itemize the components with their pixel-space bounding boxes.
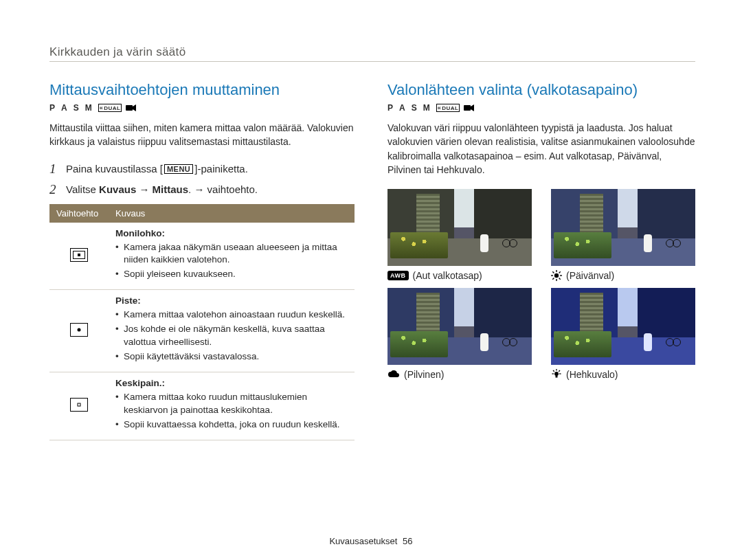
section-header: Kirkkauden ja värin säätö	[49, 45, 695, 59]
spot-icon-cell	[49, 290, 109, 372]
mode-indicator-row-right: P A S M DUAL	[387, 103, 695, 113]
sun-icon	[551, 270, 562, 281]
step2-kuvaus: Kuvaus	[99, 183, 136, 195]
page: Kirkkauden ja värin säätö Mittausvaihtoe…	[0, 0, 742, 560]
center-metering-icon	[70, 398, 88, 412]
step2-mittaus: Mittaus	[153, 183, 189, 195]
wb-daylight-image	[551, 189, 695, 266]
mode-m: M	[85, 103, 94, 113]
bulb-icon	[551, 369, 562, 380]
movie-icon	[126, 104, 137, 112]
multi-icon-cell	[49, 223, 109, 290]
metering-options-table: Vaihtoehto Kuvaus Monilohko: Kamera jaka…	[49, 204, 355, 440]
svg-rect-0	[126, 105, 133, 111]
table-header-row: Vaihtoehto Kuvaus	[49, 204, 355, 223]
svg-point-11	[554, 372, 559, 376]
svg-rect-1	[464, 105, 471, 111]
svg-line-9	[559, 271, 561, 273]
svg-line-10	[552, 278, 554, 280]
svg-point-2	[554, 273, 559, 278]
th-option: Vaihtoehto	[49, 204, 109, 223]
center-icon-cell	[49, 372, 109, 440]
wb-tungsten-text: Hehkuvalo	[566, 369, 618, 380]
mode-s: S	[74, 103, 81, 113]
wb-auto-label: AWB Aut valkotasap	[387, 270, 532, 281]
svg-line-16	[553, 370, 554, 372]
wb-auto-text: Aut valkotasap	[413, 270, 482, 281]
mode-dual-icon: DUAL	[98, 104, 122, 112]
step-1-text: Paina kuvaustilassa [MENU]-painiketta.	[66, 161, 248, 175]
svg-line-8	[559, 278, 561, 280]
awb-icon: AWB	[387, 271, 409, 280]
wb-tungsten-label: Hehkuvalo	[551, 369, 695, 380]
cloud-icon	[387, 370, 400, 379]
table-row: Piste: Kamera mittaa valotehon ainoastaa…	[49, 290, 355, 372]
wb-auto-image	[387, 189, 532, 266]
mode-p: P	[49, 103, 57, 113]
footer-section: Kuvausasetukset	[329, 536, 397, 546]
center-desc-cell: Keskipain.: Kamera mittaa koko ruudun mi…	[109, 372, 355, 440]
th-desc: Kuvaus	[109, 204, 355, 223]
wb-auto-item: AWB Aut valkotasap	[387, 189, 532, 281]
right-intro: Valokuvan väri riippuu valonlähteen tyyp…	[387, 121, 695, 177]
mode-s: S	[412, 103, 419, 113]
multi-desc-cell: Monilohko: Kamera jakaa näkymän useaan a…	[109, 223, 355, 290]
spot-bullet-3: Sopii käytettäväksi vastavalossa.	[115, 350, 348, 363]
left-column: Mittausvaihtoehtojen muuttaminen P A S M…	[49, 81, 355, 440]
spot-desc-cell: Piste: Kamera mittaa valotehon ainoastaa…	[109, 290, 355, 372]
mode-a: A	[399, 103, 407, 113]
wb-cloudy-image	[387, 288, 532, 365]
table-row: Keskipain.: Kamera mittaa koko ruudun mi…	[49, 372, 355, 440]
wb-daylight-label: Päivänval	[551, 270, 695, 281]
multi-metering-icon	[70, 248, 88, 262]
footer-page-number: 56	[403, 536, 412, 546]
wb-cloudy-label: Pilvinen	[387, 369, 532, 380]
spot-bullet-2: Jos kohde ei ole näkymän keskellä, kuva …	[115, 323, 348, 349]
step-2-text: Valitse Kuvaus → Mittaus. → vaihtoehto.	[66, 182, 258, 195]
svg-line-17	[559, 370, 560, 372]
center-bullet-1: Kamera mittaa koko ruudun mittauslukemie…	[115, 391, 348, 417]
mode-dual-icon: DUAL	[436, 104, 460, 112]
wb-daylight-text: Päivänval	[566, 270, 614, 281]
step2-pre: Valitse	[66, 183, 99, 195]
spot-bullet-1: Kamera mittaa valotehon ainoastaan ruudu…	[115, 309, 348, 322]
right-column: Valonlähteen valinta (valkotasapaino) P …	[387, 81, 695, 440]
step2-arrow: →	[136, 183, 152, 195]
table-row: Monilohko: Kamera jakaa näkymän useaan a…	[49, 223, 355, 290]
right-title: Valonlähteen valinta (valkotasapaino)	[387, 81, 695, 99]
wb-cloudy-text: Pilvinen	[404, 369, 444, 380]
spot-metering-icon	[70, 323, 88, 337]
steps-list: 1 Paina kuvaustilassa [MENU]-painiketta.…	[49, 161, 355, 197]
center-bullet-2: Sopii kuvattaessa kohdetta, joka on ruud…	[115, 418, 348, 432]
step1-post: ]-painiketta.	[194, 163, 248, 175]
step-1: 1 Paina kuvaustilassa [MENU]-painiketta.	[49, 161, 355, 177]
mode-a: A	[61, 103, 69, 113]
svg-rect-12	[556, 376, 558, 378]
two-column-layout: Mittausvaihtoehtojen muuttaminen P A S M…	[49, 81, 695, 440]
step-number: 2	[49, 182, 59, 197]
step-number: 1	[49, 161, 59, 177]
multi-bullet-1: Kamera jakaa näkymän useaan alueeseen ja…	[115, 241, 348, 267]
wb-daylight-item: Päivänval	[551, 189, 695, 281]
spot-title: Piste:	[115, 295, 141, 306]
mode-p: P	[387, 103, 395, 113]
movie-icon	[464, 104, 475, 112]
wb-cloudy-item: Pilvinen	[387, 288, 532, 380]
left-intro: Mittaustila viittaa siihen, miten kamera…	[49, 121, 355, 149]
mode-m: M	[423, 103, 432, 113]
step2-post: . → vaihtoehto.	[188, 183, 258, 195]
wb-tungsten-item: Hehkuvalo	[551, 288, 695, 380]
menu-button-label: MENU	[164, 164, 193, 174]
step-2: 2 Valitse Kuvaus → Mittaus. → vaihtoehto…	[49, 182, 355, 197]
page-footer: Kuvausasetukset 56	[0, 536, 742, 546]
svg-line-7	[552, 271, 554, 273]
white-balance-grid: AWB Aut valkotasap Päivänval	[387, 189, 695, 380]
left-title: Mittausvaihtoehtojen muuttaminen	[49, 81, 355, 99]
center-title: Keskipain.:	[115, 378, 165, 388]
divider	[49, 61, 695, 62]
mode-indicator-row: P A S M DUAL	[49, 103, 355, 113]
multi-title: Monilohko:	[115, 228, 165, 238]
step1-pre: Paina kuvaustilassa [	[66, 163, 163, 175]
wb-tungsten-image	[551, 288, 695, 365]
multi-bullet-2: Sopii yleiseen kuvaukseen.	[115, 268, 348, 281]
